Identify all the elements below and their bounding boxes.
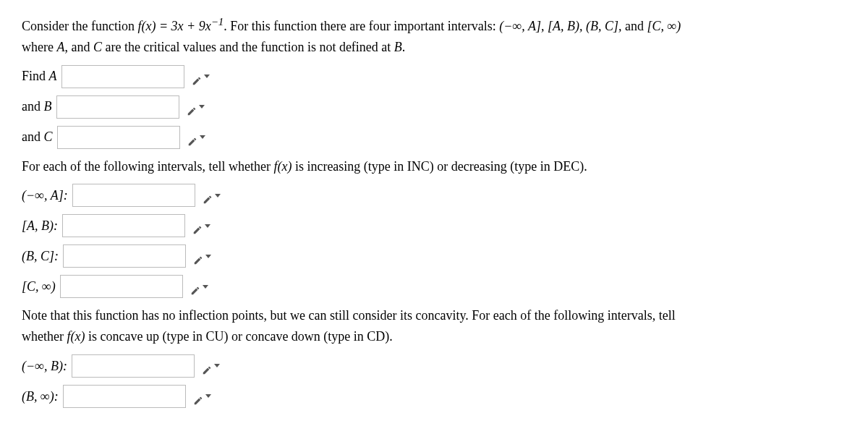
interval-2-row: [A, B): [22,214,846,237]
chevron-down-icon [215,194,221,197]
chevron-down-icon [203,285,208,289]
hint-c-button[interactable] [187,132,205,142]
pencil-icon [203,190,213,200]
concavity-1-row: (−∞, B): [22,354,846,378]
find-c-label: and C [22,127,53,148]
pencil-icon [193,251,203,261]
hint-conc1-button[interactable] [202,361,220,371]
interval-3-label: (B, C]: [22,246,59,267]
concavity-1-label: (−∞, B): [22,356,67,377]
find-a-input[interactable] [61,65,184,88]
inc-dec-prompt: For each of the following intervals, tel… [22,156,846,177]
interval-2-label: [A, B): [22,216,58,237]
hint-int1-button[interactable] [203,190,221,200]
hint-a-button[interactable] [192,72,210,82]
chevron-down-icon [205,255,211,258]
interval-4-row: [C, ∞) [22,275,846,298]
interval-4-input[interactable] [60,275,183,298]
find-b-label: and B [22,96,52,117]
chevron-down-icon [205,394,211,398]
pencil-icon [187,102,197,112]
concavity-2-label: (B, ∞): [22,386,59,407]
intro-post1: . For this function there are four impor… [224,19,499,33]
pencil-icon [192,221,203,231]
find-c-input[interactable] [57,126,180,149]
interval-3-input[interactable] [63,244,186,268]
interval-3-row: (B, C]: [22,244,846,268]
hint-int4-button[interactable] [190,281,208,292]
interval-1-label: (−∞, A]: [22,185,68,206]
interval-4-label: [C, ∞) [22,276,56,297]
pencil-icon [190,281,200,292]
interval-1-input[interactable] [72,184,195,207]
pencil-icon [192,72,202,82]
chevron-down-icon [200,135,205,139]
concavity-prompt: Note that this function has no inflectio… [22,305,846,347]
find-b-input[interactable] [56,95,179,119]
hint-int2-button[interactable] [192,221,210,231]
problem-statement: Consider the function f(x) = 3x + 9x−1. … [22,13,846,58]
chevron-down-icon [214,364,220,367]
concavity-2-input[interactable] [63,385,186,408]
concavity-2-row: (B, ∞): [22,385,846,408]
chevron-down-icon [205,224,210,228]
chevron-down-icon [199,105,205,109]
interval-1-row: (−∞, A]: [22,184,846,207]
pencil-icon [193,391,203,401]
intervals-list: (−∞, A], [A, B), (B, C], [499,19,625,33]
intro-pre: Consider the function [22,19,137,33]
concavity-1-input[interactable] [72,354,195,378]
function-def: f(x) = 3x + 9x−1 [137,19,224,33]
interval-2-input[interactable] [62,214,185,237]
pencil-icon [187,132,197,142]
find-a-row: Find A [22,65,846,88]
find-b-row: and B [22,95,846,119]
find-a-label: Find A [22,66,57,87]
pencil-icon [202,361,212,371]
hint-b-button[interactable] [187,102,205,112]
chevron-down-icon [204,75,210,78]
find-c-row: and C [22,126,846,149]
hint-int3-button[interactable] [193,251,211,261]
hint-conc2-button[interactable] [193,391,211,401]
